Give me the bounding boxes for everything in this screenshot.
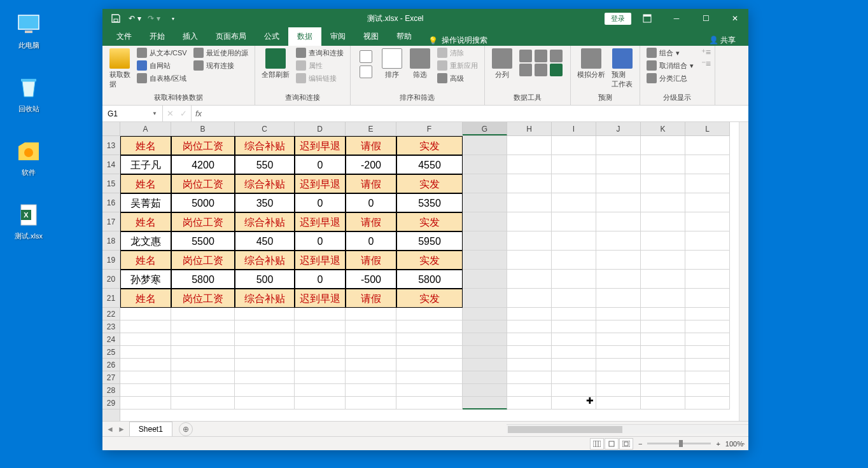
cell[interactable]: [463, 231, 507, 251]
cell[interactable]: 5000: [171, 193, 235, 212]
cell[interactable]: 450: [235, 231, 295, 251]
redo-button[interactable]: ↷ ▾: [147, 11, 161, 25]
cell[interactable]: 姓名: [120, 136, 171, 155]
cell[interactable]: 姓名: [120, 289, 171, 308]
cell[interactable]: [346, 371, 396, 384]
qat-customize[interactable]: ▾: [166, 11, 180, 25]
cell[interactable]: [507, 397, 552, 410]
cell[interactable]: [596, 212, 641, 231]
cell[interactable]: [552, 251, 596, 270]
cell[interactable]: [463, 320, 507, 333]
cell[interactable]: 请假: [346, 289, 396, 308]
view-page-layout-button[interactable]: [605, 438, 619, 450]
cell[interactable]: 姓名: [120, 174, 171, 193]
cell[interactable]: 岗位工资: [171, 251, 235, 270]
cell[interactable]: 5800: [171, 270, 235, 289]
cell[interactable]: [685, 397, 730, 410]
cell[interactable]: 请假: [346, 136, 396, 155]
cell[interactable]: [507, 371, 552, 384]
zoom-in-button[interactable]: +: [716, 440, 720, 448]
cell[interactable]: [463, 333, 507, 346]
sort-asc-button[interactable]: [357, 50, 375, 64]
cell[interactable]: 5950: [396, 231, 463, 251]
cell[interactable]: [641, 397, 685, 410]
tab-data[interactable]: 数据: [288, 27, 321, 46]
from-text-csv-button[interactable]: 从文本/CSV: [134, 47, 190, 59]
cell[interactable]: [171, 308, 235, 320]
cell[interactable]: 岗位工资: [171, 289, 235, 308]
cell[interactable]: [463, 371, 507, 384]
cell[interactable]: 0: [346, 193, 396, 212]
column-header-B[interactable]: B: [171, 122, 235, 135]
cell[interactable]: [596, 136, 641, 155]
tab-formulas[interactable]: 公式: [255, 27, 288, 46]
cell[interactable]: [552, 174, 596, 193]
cell[interactable]: 龙文惠: [120, 231, 171, 251]
cell[interactable]: 500: [235, 270, 295, 289]
column-header-F[interactable]: F: [396, 122, 463, 135]
column-header-J[interactable]: J: [596, 122, 641, 135]
cell[interactable]: [596, 231, 641, 251]
cell[interactable]: [596, 320, 641, 333]
cell[interactable]: 姓名: [120, 251, 171, 270]
maximize-button[interactable]: ☐: [692, 9, 719, 28]
cell[interactable]: 0: [346, 231, 396, 251]
cell[interactable]: 4550: [396, 155, 463, 174]
cell[interactable]: [552, 346, 596, 359]
cell[interactable]: [641, 193, 685, 212]
cell[interactable]: [552, 193, 596, 212]
cell[interactable]: [685, 193, 730, 212]
desktop-icon-software[interactable]: 软件: [6, 139, 51, 177]
cell[interactable]: 实发: [396, 136, 463, 155]
sort-button[interactable]: 排序: [379, 47, 405, 81]
cell[interactable]: [295, 320, 346, 333]
queries-connections-button[interactable]: 查询和连接: [293, 47, 346, 59]
desktop-icon-file-xlsx[interactable]: X 测试.xlsx: [6, 202, 51, 241]
cell[interactable]: 岗位工资: [171, 174, 235, 193]
cell[interactable]: [552, 320, 596, 333]
cell[interactable]: [346, 333, 396, 346]
cell[interactable]: [641, 289, 685, 308]
cell[interactable]: 综合补贴: [235, 212, 295, 231]
fx-icon[interactable]: fx: [192, 109, 206, 118]
cell[interactable]: [641, 251, 685, 270]
cell[interactable]: [552, 155, 596, 174]
recent-sources-button[interactable]: 最近使用的源: [191, 47, 251, 59]
cell[interactable]: [346, 346, 396, 359]
cell[interactable]: [641, 320, 685, 333]
cell[interactable]: [235, 397, 295, 410]
desktop-icon-recycle-bin[interactable]: 回收站: [6, 75, 51, 114]
cell[interactable]: [596, 251, 641, 270]
cell[interactable]: [596, 397, 641, 410]
tell-me-search[interactable]: 💡 操作说明搜索: [421, 35, 495, 46]
clear-filter-button[interactable]: 清除: [435, 47, 480, 59]
cell[interactable]: [396, 346, 463, 359]
cell[interactable]: 0: [295, 231, 346, 251]
properties-button[interactable]: 属性: [293, 60, 346, 71]
cell[interactable]: [685, 136, 730, 155]
cell[interactable]: [596, 193, 641, 212]
cell[interactable]: [685, 333, 730, 346]
existing-connections-button[interactable]: 现有连接: [191, 60, 251, 71]
cell[interactable]: [346, 397, 396, 410]
cell[interactable]: [552, 371, 596, 384]
cell[interactable]: 0: [295, 193, 346, 212]
row-header-17[interactable]: 17: [102, 212, 120, 231]
cell[interactable]: [171, 333, 235, 346]
cell[interactable]: 请假: [346, 174, 396, 193]
cell[interactable]: [507, 231, 552, 251]
cells-grid[interactable]: 姓名岗位工资综合补贴迟到早退请假实发王子凡42005500-2004550姓名岗…: [120, 136, 730, 421]
cell[interactable]: 实发: [396, 212, 463, 231]
cell[interactable]: [346, 359, 396, 371]
cell[interactable]: [463, 251, 507, 270]
column-header-L[interactable]: L: [685, 122, 730, 135]
cell[interactable]: [346, 320, 396, 333]
cell[interactable]: [396, 308, 463, 320]
ungroup-button[interactable]: 取消组合 ▾: [644, 60, 696, 71]
cell[interactable]: [295, 371, 346, 384]
close-button[interactable]: ✕: [722, 9, 748, 28]
cell[interactable]: 迟到早退: [295, 251, 346, 270]
cell[interactable]: [235, 308, 295, 320]
row-header-25[interactable]: 25: [102, 346, 120, 359]
cell[interactable]: [463, 174, 507, 193]
